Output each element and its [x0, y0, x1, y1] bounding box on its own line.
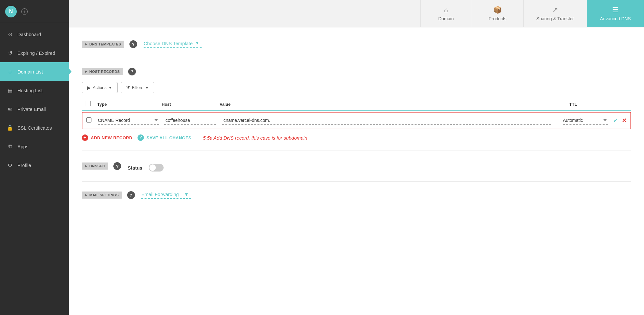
sidebar-item-apps[interactable]: ⧉ Apps [0, 137, 69, 156]
sidebar-item-label: Domain List [17, 69, 43, 74]
sidebar-item-domain-list[interactable]: ⌂ Domain List [0, 62, 69, 81]
dnssec-tag: DNSSEC [82, 162, 108, 170]
tab-sharing-transfer[interactable]: ↗ Sharing & Transfer [524, 0, 587, 27]
divider-3 [82, 181, 631, 182]
record-row-inner: CNAME Record A Record MX Record TXT Reco… [82, 113, 630, 129]
dns-templates-tag: DNS TEMPLATES [82, 41, 124, 48]
mail-settings-header: MAIL SETTINGS ? Email Forwarding ▼ [82, 191, 631, 199]
products-tab-icon: 📦 [493, 6, 502, 14]
dnssec-toggle[interactable] [149, 164, 164, 172]
sidebar-item-label: Private Email [17, 106, 46, 112]
save-circle-icon: ✓ [137, 134, 144, 141]
dns-template-placeholder: Choose DNS Template [144, 41, 193, 46]
hosting-list-icon: ▤ [6, 87, 14, 94]
dnssec-help-icon[interactable]: ? [113, 162, 121, 170]
main-content: ⌂ Domain 📦 Products ↗ Sharing & Transfer… [69, 0, 644, 315]
record-save-button[interactable]: ✓ [613, 117, 618, 124]
filters-label: Filters [132, 85, 143, 90]
sharing-tab-icon: ↗ [552, 6, 558, 14]
th-value: Value [220, 102, 569, 107]
logo-avatar: N [5, 6, 17, 17]
divider-1 [82, 58, 631, 58]
dns-templates-help-icon[interactable]: ? [129, 40, 137, 48]
th-checkbox [86, 101, 97, 107]
sidebar-logo: N + [0, 0, 69, 22]
mail-settings-label: Email Forwarding [141, 192, 179, 197]
annotation-text: 5.5a Add DNS record, this case is for su… [203, 135, 307, 141]
sidebar-item-private-email[interactable]: ✉ Private Email [0, 100, 69, 118]
filters-icon: ⧩ [126, 85, 130, 90]
dnssec-header: DNSSEC ? Status [82, 161, 631, 172]
mail-settings-dropdown[interactable]: Email Forwarding ▼ [141, 192, 192, 199]
sidebar-item-profile[interactable]: ⚙ Profile [0, 156, 69, 174]
sidebar-item-expiring[interactable]: ↺ Expiring / Expired [0, 44, 69, 62]
table-header-row: Type Host Value TTL [82, 98, 631, 111]
sidebar-item-label: SSL Certificates [17, 125, 52, 131]
dnssec-status-section: Status [128, 164, 164, 172]
dns-templates-header: DNS TEMPLATES ? Choose DNS Template ▼ [82, 40, 631, 48]
dashboard-icon: ⊙ [6, 31, 14, 38]
sidebar-item-label: Apps [17, 144, 28, 149]
th-type: Type [97, 102, 162, 107]
actions-button[interactable]: ▶ Actions ▼ [82, 82, 118, 93]
tab-domain-label: Domain [438, 16, 454, 21]
add-account-button[interactable]: + [21, 8, 28, 15]
record-checkbox-wrapper [86, 117, 98, 124]
host-records-header: HOST RECORDS ? [82, 68, 631, 75]
filters-dropdown-icon: ▼ [145, 86, 149, 90]
mail-settings-help-icon[interactable]: ? [127, 191, 135, 199]
sidebar-item-ssl-certificates[interactable]: 🔒 SSL Certificates [0, 118, 69, 137]
record-cancel-button[interactable]: ✕ [622, 117, 627, 124]
sidebar-item-label: Hosting List [17, 88, 43, 93]
filters-button[interactable]: ⧩ Filters ▼ [121, 82, 154, 93]
advanced-dns-tab-icon: ☰ [612, 6, 619, 14]
sidebar-item-label: Expiring / Expired [17, 50, 55, 56]
ssl-icon: 🔒 [6, 124, 14, 131]
mail-settings-arrow-icon: ▼ [184, 192, 189, 197]
domain-tab-icon: ⌂ [444, 6, 448, 14]
record-row-highlighted: CNAME Record A Record MX Record TXT Reco… [82, 112, 631, 129]
tabs-bar: ⌂ Domain 📦 Products ↗ Sharing & Transfer… [69, 0, 644, 27]
record-type-select[interactable]: CNAME Record A Record MX Record TXT Reco… [98, 116, 159, 125]
save-all-changes-button[interactable]: ✓ SAVE ALL CHANGES [137, 134, 191, 141]
mail-settings-tag: MAIL SETTINGS [82, 192, 122, 199]
host-records-tag: HOST RECORDS [82, 68, 123, 75]
save-all-label: SAVE ALL CHANGES [147, 135, 191, 140]
tab-spacer [69, 0, 421, 27]
record-actions: ✓ ✕ [613, 117, 627, 124]
dns-template-arrow-icon: ▼ [195, 41, 199, 45]
apps-icon: ⧉ [6, 143, 14, 150]
tab-sharing-label: Sharing & Transfer [536, 16, 574, 21]
actions-dropdown-icon: ▼ [109, 86, 112, 90]
add-new-record-button[interactable]: + ADD NEW RECORD [82, 134, 132, 141]
action-buttons-row: ▶ Actions ▼ ⧩ Filters ▼ [82, 82, 631, 93]
record-checkbox[interactable] [86, 117, 91, 123]
content-area: DNS TEMPLATES ? Choose DNS Template ▼ HO… [69, 27, 644, 215]
tab-advanced-dns[interactable]: ☰ Advanced DNS [587, 0, 644, 27]
sidebar: N + ⊙ Dashboard ↺ Expiring / Expired ⌂ D… [0, 0, 69, 315]
sidebar-item-hosting-list[interactable]: ▤ Hosting List [0, 81, 69, 100]
record-value-input[interactable] [222, 116, 551, 125]
dnssec-status-label: Status [128, 165, 142, 171]
select-all-checkbox[interactable] [86, 101, 91, 106]
tab-products-label: Products [488, 16, 506, 21]
sidebar-item-dashboard[interactable]: ⊙ Dashboard [0, 25, 69, 44]
add-record-label: ADD NEW RECORD [91, 135, 132, 140]
actions-play-icon: ▶ [87, 85, 91, 90]
add-record-section: + ADD NEW RECORD ✓ SAVE ALL CHANGES 5.5a… [82, 134, 631, 141]
record-host-input[interactable] [164, 116, 216, 125]
th-host: Host [162, 102, 220, 107]
actions-label: Actions [93, 85, 107, 90]
tab-products[interactable]: 📦 Products [472, 0, 524, 27]
dns-template-dropdown[interactable]: Choose DNS Template ▼ [144, 41, 202, 48]
th-ttl: TTL [569, 102, 627, 107]
profile-icon: ⚙ [6, 162, 14, 169]
host-records-help-icon[interactable]: ? [128, 68, 136, 75]
sidebar-nav: ⊙ Dashboard ↺ Expiring / Expired ⌂ Domai… [0, 22, 69, 315]
tab-domain[interactable]: ⌂ Domain [421, 0, 472, 27]
expiring-icon: ↺ [6, 49, 14, 56]
record-ttl-select[interactable]: Automatic Custom [563, 116, 608, 125]
plus-circle-icon: + [82, 134, 88, 141]
sidebar-item-label: Dashboard [17, 32, 41, 37]
private-email-icon: ✉ [6, 105, 14, 113]
